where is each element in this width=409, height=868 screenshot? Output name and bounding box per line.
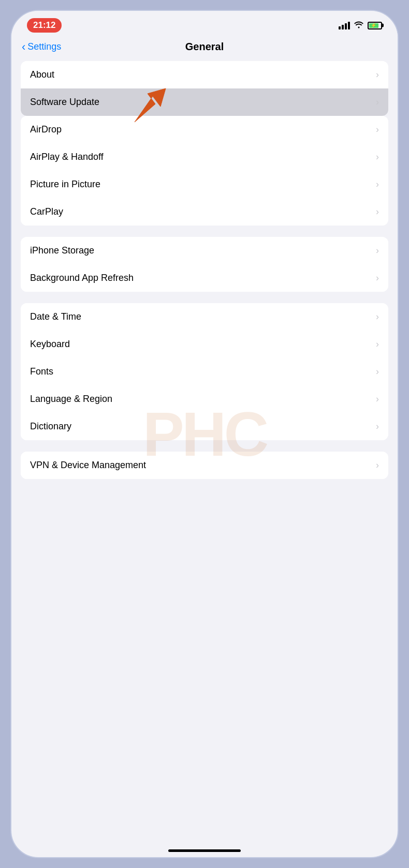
carplay-label: CarPlay — [30, 206, 63, 217]
settings-content: About › Software Update › AirDrop › AirP… — [11, 61, 398, 490]
airplay-handoff-label: AirPlay & Handoff — [30, 152, 104, 162]
date-time-chevron-icon: › — [376, 311, 379, 322]
signal-bars-icon — [339, 22, 350, 29]
vpn-device-management-label: VPN & Device Management — [30, 460, 146, 471]
signal-bar-2 — [342, 25, 344, 29]
back-label: Settings — [27, 41, 61, 52]
signal-bar-3 — [345, 23, 347, 29]
signal-bar-1 — [339, 26, 341, 29]
settings-row-picture-in-picture[interactable]: Picture in Picture › — [21, 171, 388, 198]
settings-row-date-time[interactable]: Date & Time › — [21, 303, 388, 331]
settings-row-background-app-refresh[interactable]: Background App Refresh › — [21, 264, 388, 292]
svg-marker-0 — [135, 88, 166, 122]
status-time: 21:12 — [27, 18, 62, 33]
orange-arrow-annotation — [124, 86, 176, 127]
keyboard-chevron-icon: › — [376, 339, 379, 350]
nav-header: ‹ Settings General — [11, 37, 398, 61]
iphone-storage-label: iPhone Storage — [30, 245, 94, 256]
airplay-handoff-chevron-icon: › — [376, 152, 379, 162]
page-title: General — [185, 41, 224, 53]
settings-row-fonts[interactable]: Fonts › — [21, 358, 388, 385]
settings-group-1: About › Software Update › — [21, 61, 388, 116]
battery-icon: ⚡ — [368, 22, 382, 29]
fonts-chevron-icon: › — [376, 366, 379, 377]
airdrop-label: AirDrop — [30, 124, 62, 135]
settings-group-2: AirDrop › AirPlay & Handoff › Picture in… — [21, 116, 388, 226]
picture-in-picture-label: Picture in Picture — [30, 179, 100, 190]
settings-group-3: iPhone Storage › Background App Refresh … — [21, 237, 388, 292]
settings-group-4: Date & Time › Keyboard › Fonts › Languag… — [21, 303, 388, 440]
wifi-icon — [354, 20, 364, 31]
status-bar: 21:12 ⚡ — [11, 11, 398, 37]
background-app-refresh-label: Background App Refresh — [30, 273, 134, 283]
fonts-label: Fonts — [30, 366, 53, 377]
battery-fill: ⚡ — [369, 23, 378, 28]
iphone-storage-chevron-icon: › — [376, 245, 379, 256]
settings-row-airplay-handoff[interactable]: AirPlay & Handoff › — [21, 143, 388, 171]
settings-group-5: VPN & Device Management › — [21, 452, 388, 479]
settings-row-software-update[interactable]: Software Update › — [21, 88, 388, 116]
about-chevron-icon: › — [376, 69, 379, 80]
settings-row-about[interactable]: About › — [21, 61, 388, 88]
signal-bar-4 — [348, 22, 350, 29]
airdrop-chevron-icon: › — [376, 124, 379, 135]
vpn-device-management-chevron-icon: › — [376, 460, 379, 471]
back-chevron-icon: ‹ — [22, 41, 25, 53]
settings-row-carplay[interactable]: CarPlay › — [21, 198, 388, 226]
about-label: About — [30, 69, 54, 80]
settings-row-iphone-storage[interactable]: iPhone Storage › — [21, 237, 388, 264]
settings-row-airdrop[interactable]: AirDrop › — [21, 116, 388, 143]
phone-frame: PHC 21:12 ⚡ — [10, 10, 399, 858]
keyboard-label: Keyboard — [30, 339, 70, 350]
software-update-chevron-icon: › — [376, 97, 379, 108]
settings-row-language-region[interactable]: Language & Region › — [21, 385, 388, 413]
carplay-chevron-icon: › — [376, 206, 379, 217]
back-button[interactable]: ‹ Settings — [22, 41, 61, 53]
date-time-label: Date & Time — [30, 311, 81, 322]
background-app-refresh-chevron-icon: › — [376, 273, 379, 283]
language-region-chevron-icon: › — [376, 394, 379, 405]
status-icons: ⚡ — [339, 20, 382, 31]
settings-row-keyboard[interactable]: Keyboard › — [21, 331, 388, 358]
settings-row-vpn-device-management[interactable]: VPN & Device Management › — [21, 452, 388, 479]
picture-in-picture-chevron-icon: › — [376, 179, 379, 190]
dictionary-chevron-icon: › — [376, 421, 379, 432]
settings-row-dictionary[interactable]: Dictionary › — [21, 413, 388, 440]
battery-bolt-icon: ⚡ — [371, 23, 376, 28]
language-region-label: Language & Region — [30, 394, 112, 405]
software-update-label: Software Update — [30, 97, 99, 108]
dictionary-label: Dictionary — [30, 421, 71, 432]
home-indicator — [168, 849, 241, 852]
